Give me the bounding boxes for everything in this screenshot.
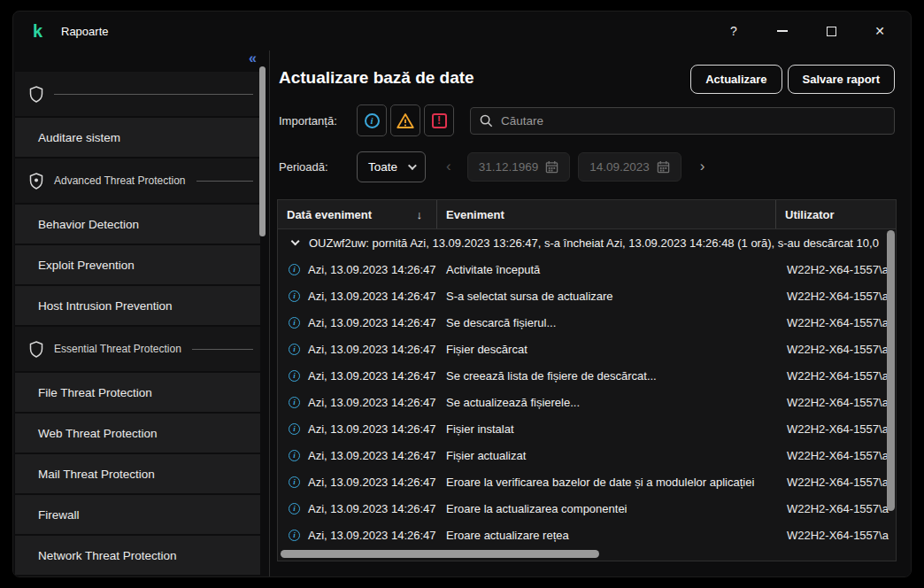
event-time: Azi, 13.09.2023 14:26:47 bbox=[308, 422, 436, 436]
table-row[interactable]: i Azi, 13.09.2023 14:26:47 S-a selectat … bbox=[278, 282, 896, 309]
table-row[interactable]: i Azi, 13.09.2023 14:26:47 Se descarcă f… bbox=[278, 309, 896, 336]
table-row[interactable]: i Azi, 13.09.2023 14:26:47 Eroare actual… bbox=[278, 522, 896, 548]
sidebar-item[interactable]: Firewall bbox=[15, 495, 260, 534]
sidebar-item[interactable]: Exploit Prevention bbox=[15, 245, 260, 284]
filter-critical-button[interactable]: ! bbox=[424, 104, 454, 136]
event-user: W22H2-X64-1557\a bbox=[776, 263, 897, 276]
event-text: Fișier descărcat bbox=[437, 343, 776, 356]
sidebar-section-label: Essential Threat Protection bbox=[54, 343, 181, 355]
task-group-row[interactable]: OUZwf2uw: pornită Azi, 13.09.2023 13:26:… bbox=[278, 229, 896, 256]
event-user: W22H2-X64-1557\a bbox=[776, 449, 897, 462]
period-dropdown[interactable]: Toate bbox=[357, 151, 426, 182]
table-row[interactable]: i Azi, 13.09.2023 14:26:47 Fișier descăr… bbox=[278, 336, 896, 362]
info-icon: i bbox=[289, 344, 300, 355]
period-dropdown-value: Toate bbox=[368, 160, 397, 174]
search-input[interactable] bbox=[501, 114, 885, 128]
event-text: Se creează lista de fișiere de descărcat… bbox=[437, 369, 776, 383]
save-report-button[interactable]: Salvare raport bbox=[788, 65, 895, 94]
table-row[interactable]: i Azi, 13.09.2023 14:26:47 Fișier actual… bbox=[278, 442, 896, 468]
info-icon: i bbox=[365, 113, 380, 128]
info-icon: i bbox=[289, 503, 300, 514]
sidebar-item-label: Exploit Prevention bbox=[38, 259, 135, 272]
table-row[interactable]: i Azi, 13.09.2023 14:26:47 Se actualizea… bbox=[278, 389, 896, 415]
info-icon: i bbox=[289, 264, 300, 275]
event-time: Azi, 13.09.2023 14:26:47 bbox=[308, 502, 436, 515]
event-user: W22H2-X64-1557\a bbox=[776, 502, 897, 515]
app-title: Rapoarte bbox=[61, 25, 108, 38]
event-text: Eroare la actualizarea componentei bbox=[437, 502, 776, 515]
sidebar-item-label: Network Threat Protection bbox=[38, 549, 177, 562]
shield-icon bbox=[29, 341, 43, 358]
filter-warning-button[interactable] bbox=[390, 104, 420, 136]
filter-info-button[interactable]: i bbox=[357, 104, 387, 136]
event-text: Se descarcă fișierul... bbox=[437, 316, 776, 329]
importance-label: Importanță: bbox=[279, 114, 357, 128]
section-divider-line bbox=[192, 349, 253, 350]
next-period-icon[interactable]: › bbox=[692, 158, 713, 175]
section-divider-line bbox=[196, 181, 253, 182]
chevron-down-icon bbox=[291, 236, 300, 245]
maximize-icon[interactable] bbox=[823, 23, 839, 39]
sidebar-item[interactable]: Mail Threat Protection bbox=[15, 454, 260, 493]
table-vertical-scrollbar[interactable] bbox=[887, 230, 895, 511]
sidebar-item-label: File Threat Protection bbox=[38, 386, 152, 399]
shield-icon bbox=[29, 173, 43, 190]
sidebar-section-header: Advanced Threat Protection bbox=[15, 159, 260, 203]
sidebar: « Auditare sistem Advanced Threat Protec… bbox=[13, 50, 270, 577]
info-icon: i bbox=[289, 317, 300, 329]
column-header-date[interactable]: Dată eveniment ↓ bbox=[278, 200, 437, 228]
search-box[interactable] bbox=[470, 107, 895, 135]
warning-icon bbox=[397, 112, 414, 129]
sidebar-item[interactable]: Behavior Detection bbox=[15, 205, 260, 244]
table-row[interactable]: i Azi, 13.09.2023 14:26:47 Activitate în… bbox=[278, 256, 896, 282]
info-icon: i bbox=[289, 530, 300, 541]
calendar-icon bbox=[545, 160, 558, 174]
column-header-user[interactable]: Utilizator bbox=[776, 200, 897, 228]
event-user: W22H2-X64-1557\a bbox=[776, 529, 897, 542]
minimize-icon[interactable] bbox=[774, 23, 790, 39]
table-row[interactable]: i Azi, 13.09.2023 14:26:47 Eroare la ver… bbox=[278, 468, 896, 495]
help-icon[interactable]: ? bbox=[726, 23, 742, 39]
period-label: Perioadă: bbox=[279, 160, 357, 174]
event-user: W22H2-X64-1557\a bbox=[776, 422, 897, 436]
sidebar-item[interactable]: Auditare sistem bbox=[15, 118, 260, 157]
column-header-event[interactable]: Eveniment bbox=[437, 200, 776, 228]
task-group-summary: OUZwf2uw: pornită Azi, 13.09.2023 13:26:… bbox=[309, 236, 879, 250]
table-row[interactable]: i Azi, 13.09.2023 14:26:47 Fișier instal… bbox=[278, 415, 896, 442]
sidebar-nav: Auditare sistem Advanced Threat Protecti… bbox=[15, 72, 260, 576]
table-body: i Azi, 13.09.2023 14:26:47 Activitate în… bbox=[278, 256, 896, 548]
info-icon: i bbox=[289, 476, 300, 488]
sidebar-collapse-icon[interactable]: « bbox=[249, 50, 255, 66]
sort-descending-icon[interactable]: ↓ bbox=[417, 208, 428, 221]
previous-period-icon[interactable]: ‹ bbox=[438, 158, 459, 175]
table-horizontal-scrollbar[interactable] bbox=[281, 550, 599, 558]
table-row[interactable]: i Azi, 13.09.2023 14:26:47 Se creează li… bbox=[278, 362, 896, 389]
app-window: k Rapoarte ? ✕ « Auditare sistem bbox=[12, 11, 912, 577]
close-icon[interactable]: ✕ bbox=[872, 23, 888, 39]
sidebar-item[interactable]: Network Threat Protection bbox=[15, 536, 260, 575]
shield-icon bbox=[29, 86, 43, 103]
update-button[interactable]: Actualizare bbox=[690, 65, 782, 94]
table-row[interactable]: i Azi, 13.09.2023 14:26:47 Eroare la act… bbox=[278, 495, 896, 522]
kaspersky-logo-icon: k bbox=[33, 23, 49, 39]
date-from-field[interactable]: 31.12.1969 bbox=[467, 152, 571, 182]
sidebar-item[interactable]: Web Threat Protection bbox=[15, 414, 260, 453]
event-text: Eroare actualizare rețea bbox=[437, 529, 776, 542]
date-from-value: 31.12.1969 bbox=[479, 160, 539, 174]
event-time: Azi, 13.09.2023 14:26:47 bbox=[308, 396, 436, 409]
page-title: Actualizare bază de date bbox=[279, 68, 474, 88]
event-user: W22H2-X64-1557\a bbox=[776, 343, 897, 356]
event-time: Azi, 13.09.2023 14:26:47 bbox=[308, 449, 436, 462]
sidebar-item[interactable]: Host Intrusion Prevention bbox=[15, 286, 260, 325]
chevron-down-icon bbox=[408, 161, 417, 170]
event-user: W22H2-X64-1557\a bbox=[776, 369, 897, 383]
event-time: Azi, 13.09.2023 14:26:47 bbox=[308, 529, 436, 542]
event-text: Fișier actualizat bbox=[437, 449, 776, 462]
info-icon: i bbox=[289, 290, 300, 302]
sidebar-item[interactable]: File Threat Protection bbox=[15, 373, 260, 412]
sidebar-section-label: Advanced Threat Protection bbox=[54, 174, 186, 187]
sidebar-section-header: Essential Threat Protection bbox=[15, 327, 260, 371]
event-user: W22H2-X64-1557\a bbox=[776, 316, 897, 329]
date-to-field[interactable]: 14.09.2023 bbox=[578, 152, 681, 182]
sidebar-scrollbar[interactable] bbox=[259, 66, 266, 236]
